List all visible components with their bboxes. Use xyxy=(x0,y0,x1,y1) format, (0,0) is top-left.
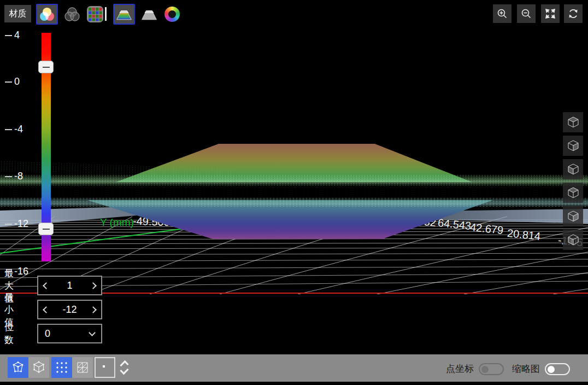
color-wheel-icon xyxy=(164,7,180,22)
colorbar-scale-label: -12 xyxy=(5,218,28,230)
colorbar-scale-label: 4 xyxy=(5,30,20,41)
rainbow-height-map-icon xyxy=(115,6,133,22)
min-value: -12 xyxy=(49,304,91,316)
min-value-stepper[interactable]: -12 xyxy=(37,300,102,319)
point-size-dot xyxy=(103,365,105,368)
orthographic-cube-icon xyxy=(32,360,46,375)
max-value: 1 xyxy=(49,280,91,291)
app-window: Y (mm) -49.500 86.382 64.543 42.679 20.8… xyxy=(0,0,588,385)
gray-composite-icon xyxy=(64,7,80,22)
point-size-stepper[interactable] xyxy=(117,357,131,378)
gray-composite-button[interactable] xyxy=(61,4,83,25)
mesh-display-button[interactable] xyxy=(72,357,93,378)
perspective-cube-icon xyxy=(11,360,25,375)
tick-mark xyxy=(5,81,12,83)
toggle-knob xyxy=(548,366,555,373)
y-axis-label: Y (mm) xyxy=(100,217,134,229)
zoom-in-icon xyxy=(496,8,508,20)
rainbow-height-map-button[interactable] xyxy=(113,4,135,25)
tick-mark xyxy=(5,224,12,225)
point-display-button[interactable] xyxy=(51,357,72,378)
colorbar-min-handle[interactable] xyxy=(38,223,54,235)
zoom-out-button[interactable] xyxy=(517,4,536,23)
digits-label: 位数 xyxy=(4,321,14,346)
point-size-box[interactable] xyxy=(95,357,115,378)
colorbar-scale-label: 0 xyxy=(5,76,20,88)
digits-value: 0 xyxy=(38,328,90,340)
view-cube-button-4[interactable] xyxy=(563,183,583,203)
chevron-down-icon xyxy=(89,329,96,336)
zoom-out-icon xyxy=(520,8,532,20)
toolbar-separator xyxy=(105,7,107,21)
reset-view-button[interactable] xyxy=(564,4,583,23)
minus-icon xyxy=(43,67,50,68)
tick-mark xyxy=(5,35,12,36)
bayer-pattern-icon xyxy=(86,5,104,23)
perspective-view-button[interactable] xyxy=(8,357,28,378)
chevron-down-icon[interactable] xyxy=(120,366,128,375)
dots-grid-icon xyxy=(55,360,69,375)
cube-icon xyxy=(566,115,580,130)
toggle-knob xyxy=(481,366,489,373)
tick-mark xyxy=(5,176,12,177)
rgb-composite-icon xyxy=(39,7,55,22)
cube-icon xyxy=(566,186,580,200)
tick-mark xyxy=(5,129,12,130)
point-coord-toggle[interactable] xyxy=(479,363,504,375)
bottom-toolbar: 点坐标 缩略图 xyxy=(0,354,588,383)
rgb-composite-button[interactable] xyxy=(36,4,58,25)
colorbar-max-handle[interactable] xyxy=(38,61,54,73)
noise-band-teal xyxy=(0,197,588,207)
bayer-pattern-button[interactable] xyxy=(84,4,106,25)
top-toolbar: 材质 xyxy=(0,0,588,27)
fit-view-icon xyxy=(544,8,556,20)
view-cube-button-2[interactable] xyxy=(563,136,583,156)
fit-view-button[interactable] xyxy=(541,4,560,23)
point-coord-label: 点坐标 xyxy=(446,354,474,383)
colorbar-scale-label: -4 xyxy=(5,124,23,135)
digits-dropdown[interactable]: 0 xyxy=(37,324,102,343)
cube-icon xyxy=(566,233,580,247)
chevron-right-icon[interactable] xyxy=(90,282,97,289)
orthographic-view-button[interactable] xyxy=(28,357,49,378)
cube-icon xyxy=(566,162,580,177)
material-label: 材质 xyxy=(4,5,31,22)
view-cube-button-5[interactable] xyxy=(563,206,583,226)
cube-icon xyxy=(566,139,580,153)
thumbnail-toggle[interactable] xyxy=(545,363,570,375)
cube-icon xyxy=(566,209,580,224)
view-cube-button-1[interactable] xyxy=(563,112,583,132)
gray-height-map-button[interactable] xyxy=(138,4,160,25)
thumbnail-label: 缩略图 xyxy=(512,354,540,383)
gray-height-map-icon xyxy=(140,6,158,22)
reset-view-icon xyxy=(567,7,580,20)
mesh-grid-icon xyxy=(75,360,90,375)
view-cube-button-3[interactable] xyxy=(563,159,583,179)
max-value-stepper[interactable]: 1 xyxy=(37,276,102,295)
view-cube-button-6[interactable] xyxy=(563,230,583,250)
colorbar-scale-label: -8 xyxy=(5,171,23,182)
minus-icon xyxy=(43,229,50,230)
chevron-right-icon[interactable] xyxy=(90,306,97,313)
color-wheel-button[interactable] xyxy=(161,4,183,25)
zoom-in-button[interactable] xyxy=(493,4,511,23)
